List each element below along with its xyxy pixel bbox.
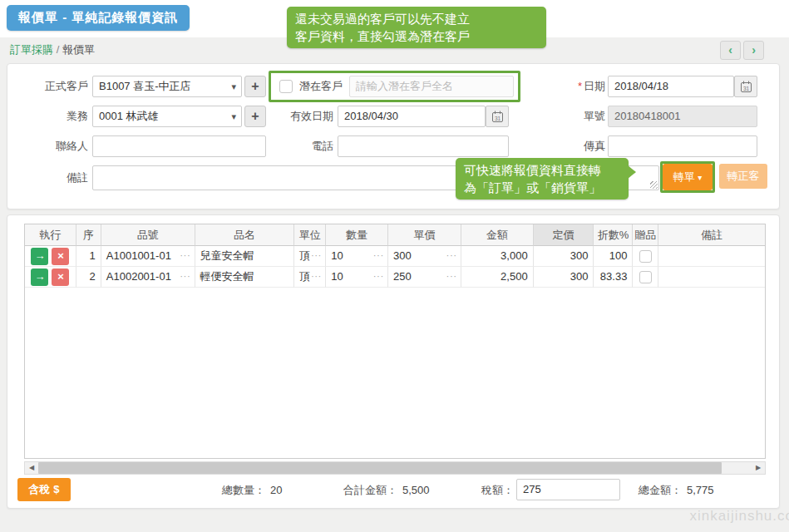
more-icon[interactable]: ··· bbox=[373, 246, 384, 266]
tax-input[interactable]: 275 bbox=[516, 479, 620, 500]
tax-mode-button[interactable]: 含稅 $ bbox=[17, 478, 71, 501]
amount-cell: 2,500 bbox=[461, 267, 534, 288]
fax-input[interactable] bbox=[608, 135, 757, 157]
breadcrumb-current: 報價單 bbox=[62, 43, 95, 56]
breadcrumb: 訂單採購 / 報價單 bbox=[10, 42, 95, 57]
row-transfer-button[interactable]: → bbox=[31, 248, 48, 265]
svg-text:31: 31 bbox=[742, 85, 749, 91]
site-watermark: xinkaijinshu.co bbox=[689, 508, 789, 525]
date-calendar-button[interactable]: 31 bbox=[734, 76, 757, 97]
more-icon[interactable]: ··· bbox=[446, 246, 457, 266]
potential-customer-input[interactable]: 請輸入潛在客戶全名 bbox=[349, 76, 514, 97]
items-grid: 執行 序 品號 品名 單位 數量 單價 金額 定價 折數% 贈品 備註 → × … bbox=[24, 224, 766, 459]
note-label: 備註 bbox=[7, 167, 88, 189]
col-header-gift: 贈品 bbox=[633, 224, 658, 246]
doc-no-label: 單號 bbox=[523, 106, 605, 127]
row-transfer-button[interactable]: → bbox=[31, 268, 48, 286]
transfer-order-label: 轉單 bbox=[673, 170, 695, 183]
unit-value: 頂 bbox=[299, 249, 310, 262]
tooltip-transfer: 可快速將報價資料直接轉 為「訂單」或「銷貨單」 bbox=[456, 158, 629, 200]
note-cell[interactable] bbox=[658, 267, 765, 288]
unit-value: 頂 bbox=[299, 270, 310, 283]
phone-label: 電話 bbox=[257, 135, 333, 157]
sales-select-value: 0001 林武雄 bbox=[99, 110, 159, 122]
row-delete-button[interactable]: × bbox=[52, 268, 69, 286]
col-header-item-no: 品號 bbox=[101, 224, 195, 246]
row-delete-button[interactable]: × bbox=[52, 248, 69, 265]
gift-checkbox[interactable] bbox=[639, 271, 652, 283]
convert-customer-label: 轉正客 bbox=[727, 170, 760, 182]
valid-date-label: 有效日期 bbox=[257, 106, 333, 127]
quotation-form-panel: 正式客戶 B1007 喜玉-中正店 ▾ + 潛在客戶 請輸入潛在客戶全名 *日期… bbox=[7, 63, 780, 209]
transfer-button-highlight: 轉單 ▾ bbox=[660, 161, 715, 193]
item-no-cell[interactable]: A1001001-01 ··· bbox=[101, 246, 195, 267]
col-header-price: 單價 bbox=[388, 224, 461, 246]
date-input[interactable]: 2018/04/18 bbox=[608, 76, 734, 97]
scroll-right-icon[interactable]: ▶ bbox=[752, 462, 765, 474]
col-header-list-price: 定價 bbox=[534, 224, 594, 246]
more-icon[interactable]: ··· bbox=[180, 267, 191, 287]
unit-cell[interactable]: 頂 ··· bbox=[294, 246, 326, 267]
col-header-qty: 數量 bbox=[326, 224, 388, 246]
gift-cell bbox=[633, 267, 658, 288]
scrollbar-thumb[interactable] bbox=[38, 462, 722, 474]
more-icon[interactable]: ··· bbox=[311, 267, 322, 287]
col-header-action: 執行 bbox=[25, 224, 76, 246]
discount-cell: 83.33 bbox=[594, 267, 633, 288]
gift-checkbox[interactable] bbox=[639, 250, 652, 263]
more-icon[interactable]: ··· bbox=[446, 267, 457, 287]
qty-value: 10 bbox=[331, 249, 343, 262]
resize-grip-icon[interactable] bbox=[650, 181, 658, 189]
customer-select[interactable]: B1007 喜玉-中正店 ▾ bbox=[92, 76, 242, 97]
tooltip-potential-customer: 還未交易過的客戶可以先不建立 客戶資料，直接勾選為潛在客戶 bbox=[287, 7, 546, 48]
phone-input[interactable] bbox=[338, 135, 509, 157]
col-header-note: 備註 bbox=[658, 224, 765, 246]
prev-page-button[interactable]: ‹ bbox=[720, 41, 741, 60]
item-no-cell[interactable]: A1002001-01 ··· bbox=[101, 267, 195, 288]
valid-date-calendar-button[interactable]: 31 bbox=[486, 106, 509, 127]
date-label: *日期 bbox=[523, 76, 605, 97]
more-icon[interactable]: ··· bbox=[180, 246, 191, 266]
calendar-icon: 31 bbox=[491, 111, 504, 123]
tax-label: 稅額： bbox=[481, 483, 514, 498]
more-icon[interactable]: ··· bbox=[311, 246, 322, 266]
valid-date-value: 2018/04/30 bbox=[344, 110, 398, 122]
total-qty: 總數量：20 bbox=[222, 483, 282, 498]
horizontal-scrollbar[interactable]: ◀ ▶ bbox=[24, 461, 766, 475]
breadcrumb-section[interactable]: 訂單採購 bbox=[10, 43, 53, 56]
contact-input[interactable] bbox=[92, 135, 266, 157]
qty-cell[interactable]: 10 ··· bbox=[326, 246, 388, 267]
price-value: 300 bbox=[393, 249, 412, 262]
scroll-left-icon[interactable]: ◀ bbox=[25, 462, 38, 474]
transfer-order-button[interactable]: 轉單 ▾ bbox=[663, 164, 713, 190]
next-page-button[interactable]: › bbox=[743, 41, 764, 60]
potential-customer-checkbox[interactable] bbox=[279, 80, 293, 93]
doc-no-field: 20180418001 bbox=[608, 106, 757, 127]
note-cell[interactable] bbox=[658, 246, 765, 267]
list-price-cell: 300 bbox=[534, 267, 594, 288]
gift-cell bbox=[633, 246, 658, 267]
customer-select-value: B1007 喜玉-中正店 bbox=[99, 80, 191, 92]
plus-icon: + bbox=[251, 79, 259, 93]
calendar-icon: 31 bbox=[740, 81, 752, 93]
sales-select[interactable]: 0001 林武雄 ▾ bbox=[92, 106, 242, 127]
arrow-right-icon: → bbox=[34, 270, 45, 283]
price-cell[interactable]: 300 ··· bbox=[388, 246, 461, 267]
price-cell[interactable]: 250 ··· bbox=[388, 267, 461, 288]
close-icon: × bbox=[57, 270, 64, 283]
more-icon[interactable]: ··· bbox=[373, 267, 384, 287]
col-header-unit: 單位 bbox=[294, 224, 326, 246]
quotation-page: 報價單 - 單純記錄報價資訊 還未交易過的客戶可以先不建立 客戶資料，直接勾選為… bbox=[0, 0, 789, 532]
table-row: → × 1 A1001001-01 ··· 兒童安全帽 頂 ··· 10 ··· bbox=[25, 246, 765, 267]
convert-customer-button[interactable]: 轉正客 bbox=[719, 164, 767, 189]
item-name-cell[interactable]: 兒童安全帽 bbox=[195, 246, 295, 267]
valid-date-input[interactable]: 2018/04/30 bbox=[338, 106, 486, 127]
qty-cell[interactable]: 10 ··· bbox=[326, 267, 388, 288]
item-name-cell[interactable]: 輕便安全帽 bbox=[195, 267, 295, 288]
unit-cell[interactable]: 頂 ··· bbox=[294, 267, 326, 288]
add-customer-button[interactable]: + bbox=[244, 76, 266, 97]
doc-no-value: 20180418001 bbox=[614, 110, 681, 122]
action-cell: → × bbox=[25, 267, 76, 288]
chevron-down-icon: ▾ bbox=[698, 173, 702, 182]
customer-label: 正式客戶 bbox=[7, 76, 88, 97]
